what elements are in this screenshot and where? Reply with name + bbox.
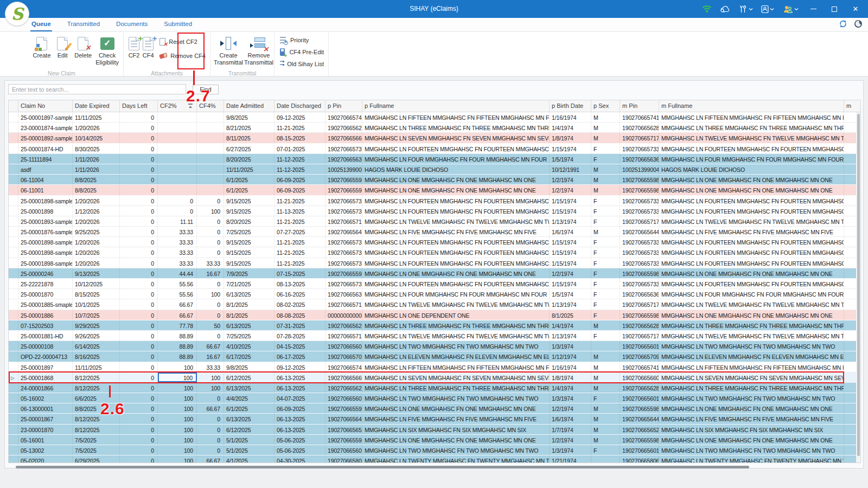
cell-date-admitted[interactable]: 6/12/2025 xyxy=(224,373,275,382)
cell-p-sex[interactable]: M xyxy=(591,320,620,330)
cell-days-left[interactable]: 0 xyxy=(120,227,158,236)
cell-p-sex[interactable]: F xyxy=(591,247,620,257)
table-row[interactable]: 23-000018708/12/2025010006/12/202506-13-… xyxy=(9,425,860,435)
cell-m-pin[interactable]: 190270665806 xyxy=(620,455,659,463)
cell-p-pin[interactable]: 190270665628 xyxy=(326,123,362,132)
cell-cf4[interactable]: 0 xyxy=(197,227,224,236)
cell-m-pin[interactable]: 190270665733 xyxy=(620,196,659,206)
cell-date-discharged[interactable]: 07-28-2025 xyxy=(275,331,326,341)
cell-date-expired[interactable]: 1/12/2026 xyxy=(73,206,120,216)
cell-days-left[interactable]: 0 xyxy=(120,341,158,351)
table-row[interactable]: asdf1/11/2026011/11/202511-12-2025100251… xyxy=(9,164,860,175)
cell-claim-no[interactable]: 25-00001898-sample4 xyxy=(18,237,73,247)
cell-cf2[interactable] xyxy=(158,123,197,132)
cell-cf4[interactable]: 100 xyxy=(197,383,224,393)
cell-p-birth-date[interactable]: 1/15/1974 xyxy=(550,279,591,288)
cell-p-sex[interactable]: M xyxy=(591,175,620,184)
cell-p-pin[interactable]: 190270665644 xyxy=(326,227,362,236)
cell-p-fullname[interactable]: MMGHAHSC LN ONE DEPENDENT ONE xyxy=(362,310,550,320)
table-row[interactable]: 25-00001897-sample11/11/202509/8/202509-… xyxy=(9,112,860,123)
cell-date-expired[interactable]: 8/12/2025 xyxy=(73,383,120,393)
cell-date-expired[interactable]: 11/11/2025 xyxy=(73,362,120,372)
table-row[interactable]: 05-160026/6/2025010004/4/202504-07-20251… xyxy=(9,393,860,403)
cell-p-sex[interactable]: F xyxy=(591,206,620,216)
cell-date-admitted[interactable]: 6/12/2025 xyxy=(224,425,275,434)
cell-claim-no[interactable]: 05-02020 xyxy=(18,455,73,463)
cell-cf2[interactable]: 77.78 xyxy=(158,320,197,330)
cell-cf4[interactable]: 0 xyxy=(197,196,224,206)
cell-date-discharged[interactable]: 06-13-2025 xyxy=(275,414,326,423)
table-row[interactable]: ▷25-000018688/12/202501001006/12/202506-… xyxy=(9,373,860,383)
cell-m-pin[interactable]: 190270665636 xyxy=(620,154,659,164)
cell-date-admitted[interactable]: 7/25/2025 xyxy=(224,227,275,236)
tab-documents[interactable]: Documents xyxy=(115,18,149,31)
cell-p-sex[interactable]: F xyxy=(591,154,620,164)
cell-cf4[interactable]: 0 xyxy=(197,310,224,320)
cell-p-pin[interactable]: 190270665601 xyxy=(326,393,362,403)
cell-m-fullname[interactable]: MMGHAHSC LN TWELVE MMGHAHSC FN TWELVE MM… xyxy=(659,299,844,309)
column-header-days-left[interactable]: Days Left xyxy=(120,100,158,112)
table-row[interactable]: 25-00001898-sample1/20/20260009/15/20251… xyxy=(9,196,860,206)
cell-cf2[interactable]: 100 xyxy=(158,425,197,434)
cell-days-left[interactable]: 0 xyxy=(120,164,158,174)
cell-m-fullname[interactable]: MMGHAHSC LN FOUR MMGHAHSC FN FOUR MMGHAH… xyxy=(659,289,844,299)
cell-cf4[interactable]: 16.67 xyxy=(197,268,224,278)
restore-button[interactable] xyxy=(826,2,843,16)
cell-cf4[interactable]: 0 xyxy=(197,393,224,403)
cell-date-discharged[interactable]: 09-12-2025 xyxy=(275,112,326,122)
column-header-claim-no[interactable]: Claim No xyxy=(18,100,73,112)
cell-m-fullname[interactable]: HAGOS MARK LOUIE DICHOSO xyxy=(659,164,844,174)
cell-p-birth-date[interactable]: 1/4/1974 xyxy=(550,383,591,393)
cell-date-expired[interactable]: 10/7/2025 xyxy=(73,310,120,320)
sync-icon[interactable] xyxy=(839,20,847,28)
cell-m-pin[interactable]: 190270665733 xyxy=(620,247,659,257)
cell-p-pin[interactable]: 190270665628 xyxy=(326,320,362,330)
cell-p-fullname[interactable]: MMGHAHSC LN THREE MMGHAHSC FN THREE MMGH… xyxy=(362,320,550,330)
cell-cf2[interactable]: 100 xyxy=(158,455,197,463)
cell-m-pin[interactable]: 190270665733 xyxy=(620,144,659,153)
cell-date-admitted[interactable]: 8/11/2025 xyxy=(224,133,275,143)
cell-date-expired[interactable]: 8/12/2025 xyxy=(73,373,120,382)
cell-days-left[interactable]: 0 xyxy=(120,320,158,330)
table-row[interactable]: 25-00001885-smaple10/1/2025066.6708/1/20… xyxy=(9,299,860,310)
cell-date-expired[interactable]: 1/20/2026 xyxy=(73,258,120,268)
cell-p-fullname[interactable]: MMGHAHSC LN ONE MMGHAHSC FN ONE MMGHAHSC… xyxy=(362,435,550,445)
cell-date-discharged[interactable]: 06-13-2025 xyxy=(275,425,326,434)
cell-p-birth-date[interactable]: 1/2/1974 xyxy=(550,268,591,278)
table-row[interactable]: 25-00001898-sample41/20/2026033.3309/15/… xyxy=(9,237,860,247)
cell-date-discharged[interactable]: 11-13-2025 xyxy=(275,206,326,216)
cell-p-fullname[interactable]: MMGHAHSC LN TWELVE MMGHAHSC FN TWELVE MM… xyxy=(362,299,550,309)
cell-p-pin[interactable]: 190270665733 xyxy=(326,258,362,268)
cell-cf2[interactable]: 100 xyxy=(158,445,197,455)
cell-date-admitted[interactable]: 11/11/2025 xyxy=(224,164,275,174)
cell-cf2[interactable] xyxy=(158,154,197,164)
cell-date-discharged[interactable]: 09-12-2025 xyxy=(275,362,326,372)
cell-p-birth-date[interactable]: 1/2/1974 xyxy=(550,435,591,445)
cell-p-fullname[interactable]: MMGHAHSC LN TWO MMGHAHSC FN TWO MMGHAHSC… xyxy=(362,393,550,403)
cell-m-fullname[interactable]: MMGHAHSC LN TWELVE MMGHAHSC FN TWELVE MM… xyxy=(659,133,844,143)
cell-p-birth-date[interactable]: 1/3/1974 xyxy=(550,393,591,403)
cell-days-left[interactable]: 0 xyxy=(120,279,158,288)
table-row[interactable]: 23-00001874-sample1/20/202608/21/202511-… xyxy=(9,123,860,133)
cell-p-pin[interactable]: 190270665660 xyxy=(326,373,362,382)
cell-claim-no[interactable]: 25-00001885-smaple xyxy=(18,299,73,309)
cell-p-fullname[interactable]: MMGHAHSC LN FOURTEEN MMGHAHSC FN FOURTEE… xyxy=(362,247,550,257)
cell-m-pin[interactable]: 190270665733 xyxy=(620,258,659,268)
cell-days-left[interactable]: 0 xyxy=(120,351,158,361)
cell-claim-no[interactable]: 25-00001898-sample xyxy=(18,196,73,206)
cell-claim-no[interactable]: 24-00001866 xyxy=(18,383,73,393)
cell-cf2[interactable]: 88.89 xyxy=(158,351,197,361)
cell-p-fullname[interactable]: MMGHAHSC LN FOURTEEN MMGHAHSC FN FOURTEE… xyxy=(362,279,550,288)
cell-p-birth-date[interactable]: 1/5/1974 xyxy=(550,154,591,164)
cell-m-fullname[interactable]: MMGHAHSC LN ELEVEN MMGHAHSC FN ELEVEN MM… xyxy=(659,351,844,361)
close-button[interactable]: ✕ xyxy=(847,2,864,16)
cell-m-pin[interactable]: 190270665601 xyxy=(620,393,659,403)
cell-p-pin[interactable]: 190270665601 xyxy=(326,341,362,351)
cell-p-birth-date[interactable]: 1/6/1974 xyxy=(550,414,591,423)
cell-p-birth-date[interactable]: 1/5/1974 xyxy=(550,289,591,299)
cell-p-pin[interactable]: 190270665733 xyxy=(326,206,362,216)
cell-days-left[interactable]: 0 xyxy=(120,299,158,309)
cell-p-sex[interactable]: M xyxy=(591,362,620,372)
table-row[interactable]: 05-020206/29/2025010066.674/1/202504-30-… xyxy=(9,455,860,463)
cell-cf2[interactable]: 100 xyxy=(158,393,197,403)
